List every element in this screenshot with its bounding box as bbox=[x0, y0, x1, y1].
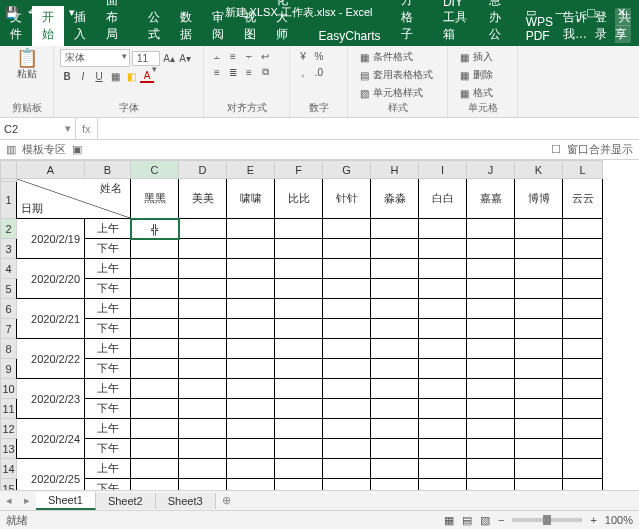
data-cell[interactable] bbox=[515, 359, 563, 379]
data-cell[interactable] bbox=[419, 399, 467, 419]
data-cell[interactable] bbox=[419, 479, 467, 491]
data-cell[interactable] bbox=[515, 459, 563, 479]
view-page-icon[interactable]: ▤ bbox=[462, 514, 472, 527]
data-cell[interactable] bbox=[371, 379, 419, 399]
period-cell[interactable]: 上午 bbox=[85, 339, 131, 359]
data-cell[interactable] bbox=[227, 259, 275, 279]
data-cell[interactable] bbox=[563, 279, 603, 299]
tab-wpspdf[interactable]: WPS PDF bbox=[516, 12, 563, 46]
data-cell[interactable] bbox=[419, 359, 467, 379]
data-cell[interactable] bbox=[227, 239, 275, 259]
zoom-in-icon[interactable]: + bbox=[590, 514, 596, 526]
col-header[interactable]: D bbox=[179, 161, 227, 179]
data-cell[interactable] bbox=[419, 319, 467, 339]
data-cell[interactable] bbox=[275, 239, 323, 259]
period-cell[interactable]: 上午 bbox=[85, 419, 131, 439]
data-cell[interactable] bbox=[131, 379, 179, 399]
row-header[interactable]: 13 bbox=[1, 439, 17, 459]
align-bottom-icon[interactable]: ⫟ bbox=[242, 49, 256, 63]
data-cell[interactable] bbox=[323, 399, 371, 419]
insert-cells-button[interactable]: ▦插入 bbox=[454, 49, 511, 65]
data-cell[interactable] bbox=[419, 259, 467, 279]
period-cell[interactable]: 下午 bbox=[85, 239, 131, 259]
data-cell[interactable] bbox=[131, 299, 179, 319]
data-cell[interactable] bbox=[323, 359, 371, 379]
data-cell[interactable] bbox=[563, 459, 603, 479]
data-cell[interactable] bbox=[323, 479, 371, 491]
tab-fanggezi[interactable]: 方方格子 bbox=[391, 0, 433, 46]
align-middle-icon[interactable]: ≡ bbox=[226, 49, 240, 63]
data-cell[interactable] bbox=[323, 419, 371, 439]
col-header[interactable]: G bbox=[323, 161, 371, 179]
font-name-select[interactable]: 宋体 bbox=[60, 49, 130, 67]
tab-beautify[interactable]: 美化大师 bbox=[266, 0, 308, 46]
worksheet[interactable]: A B C D E F G H I J K L 姓名 日期 黑黑 美美 啸啸 比… bbox=[0, 160, 639, 490]
row-header[interactable]: 7 bbox=[1, 319, 17, 339]
data-cell[interactable] bbox=[563, 479, 603, 491]
data-cell[interactable] bbox=[275, 419, 323, 439]
shrink-font-icon[interactable]: A▾ bbox=[178, 51, 192, 65]
tab-easycharts[interactable]: EasyCharts bbox=[309, 26, 391, 46]
tab-view[interactable]: 视图 bbox=[234, 6, 266, 46]
template-zone-button[interactable]: 模板专区 bbox=[22, 142, 66, 157]
data-cell[interactable] bbox=[323, 239, 371, 259]
merge-icon[interactable]: ⧉ bbox=[258, 65, 272, 79]
col-header[interactable]: I bbox=[419, 161, 467, 179]
data-cell[interactable] bbox=[179, 479, 227, 491]
date-cell[interactable]: 2020/2/25 bbox=[17, 459, 85, 491]
data-cell[interactable] bbox=[179, 459, 227, 479]
data-cell[interactable] bbox=[323, 259, 371, 279]
cell-styles-button[interactable]: ▧单元格样式 bbox=[354, 85, 441, 101]
data-cell[interactable] bbox=[563, 259, 603, 279]
row-header[interactable]: 15 bbox=[1, 479, 17, 491]
data-cell[interactable] bbox=[275, 439, 323, 459]
dec-inc-icon[interactable]: .0 bbox=[312, 65, 326, 79]
col-header[interactable]: L bbox=[563, 161, 603, 179]
date-cell[interactable]: 2020/2/23 bbox=[17, 379, 85, 419]
col-header[interactable]: E bbox=[227, 161, 275, 179]
data-cell[interactable] bbox=[227, 359, 275, 379]
data-cell[interactable] bbox=[371, 399, 419, 419]
col-header[interactable]: F bbox=[275, 161, 323, 179]
row-header[interactable]: 4 bbox=[1, 259, 17, 279]
data-cell[interactable] bbox=[131, 319, 179, 339]
data-cell[interactable] bbox=[275, 279, 323, 299]
data-cell[interactable] bbox=[275, 459, 323, 479]
data-cell[interactable] bbox=[275, 359, 323, 379]
tab-data[interactable]: 数据 bbox=[170, 6, 202, 46]
zoom-out-icon[interactable]: − bbox=[498, 514, 504, 526]
data-cell[interactable] bbox=[515, 339, 563, 359]
data-cell[interactable] bbox=[371, 439, 419, 459]
data-cell[interactable] bbox=[563, 399, 603, 419]
format-cells-button[interactable]: ▦格式 bbox=[454, 85, 511, 101]
data-cell[interactable] bbox=[131, 459, 179, 479]
align-right-icon[interactable]: ≡ bbox=[242, 65, 256, 79]
data-cell[interactable] bbox=[131, 439, 179, 459]
data-cell[interactable] bbox=[371, 359, 419, 379]
conditional-format-button[interactable]: ▦条件格式 bbox=[354, 49, 441, 65]
period-cell[interactable]: 上午 bbox=[85, 299, 131, 319]
data-cell[interactable] bbox=[275, 299, 323, 319]
login-link[interactable]: 登录 bbox=[595, 9, 607, 43]
row-header[interactable]: 5 bbox=[1, 279, 17, 299]
sheet-nav-prev-icon[interactable]: ◂ bbox=[0, 494, 18, 507]
select-all-corner[interactable] bbox=[1, 161, 17, 179]
currency-icon[interactable]: ¥ bbox=[296, 49, 310, 63]
data-cell[interactable] bbox=[275, 319, 323, 339]
data-cell[interactable] bbox=[515, 219, 563, 239]
tab-file[interactable]: 文件 bbox=[0, 6, 32, 46]
data-cell[interactable] bbox=[467, 459, 515, 479]
col-header[interactable]: B bbox=[85, 161, 131, 179]
data-cell[interactable] bbox=[371, 299, 419, 319]
data-cell[interactable] bbox=[227, 459, 275, 479]
template-dropdown-icon[interactable]: ▣ bbox=[72, 143, 82, 156]
data-cell[interactable] bbox=[131, 359, 179, 379]
data-cell[interactable] bbox=[563, 379, 603, 399]
data-cell[interactable] bbox=[227, 419, 275, 439]
data-cell[interactable] bbox=[467, 359, 515, 379]
data-cell[interactable] bbox=[131, 339, 179, 359]
data-cell[interactable] bbox=[179, 259, 227, 279]
data-cell[interactable] bbox=[179, 279, 227, 299]
data-cell[interactable] bbox=[563, 239, 603, 259]
tab-huiban[interactable]: 慧办公 bbox=[479, 0, 516, 46]
